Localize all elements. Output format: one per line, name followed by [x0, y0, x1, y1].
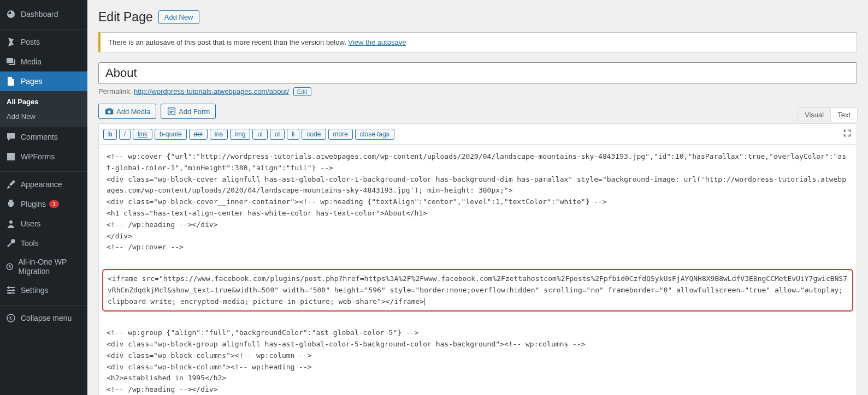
- permalink-label: Permalink:: [98, 87, 134, 95]
- post-title-input[interactable]: [98, 62, 857, 84]
- sidebar-item-wpforms[interactable]: WPForms: [0, 147, 87, 166]
- tools-icon: [5, 238, 16, 249]
- users-icon: [5, 218, 16, 229]
- content-part1: <!-- wp:cover {"url":"http://wordpress-t…: [107, 152, 846, 251]
- comments-icon: [5, 131, 16, 142]
- qt-li[interactable]: li: [287, 129, 299, 140]
- migration-icon: [5, 261, 14, 272]
- view-autosave-link[interactable]: View the autosave: [348, 38, 406, 46]
- sidebar-label: All-in-One WP Migration: [19, 258, 82, 276]
- menu-separator: [0, 303, 87, 306]
- editor-tabs: Visual Text: [798, 107, 858, 122]
- qt-link[interactable]: link: [133, 129, 152, 140]
- sidebar-item-comments[interactable]: Comments: [0, 127, 87, 147]
- menu-separator: [0, 27, 87, 29]
- dashboard-icon: [5, 9, 16, 20]
- svg-point-2: [7, 314, 15, 322]
- sidebar-label: Media: [21, 57, 42, 66]
- permalink-link[interactable]: http://wordpress-tutorials.atwebpages.co…: [134, 87, 289, 95]
- add-media-button[interactable]: Add Media: [98, 104, 156, 119]
- add-form-label: Add Form: [179, 107, 210, 116]
- qt-more[interactable]: more: [328, 129, 353, 140]
- permalink-row: Permalink: http://wordpress-tutorials.at…: [98, 87, 857, 96]
- add-media-label: Add Media: [116, 107, 150, 116]
- sidebar-item-pages[interactable]: Pages: [0, 71, 87, 91]
- qt-ins[interactable]: ins: [210, 129, 228, 140]
- qt-del[interactable]: del: [189, 129, 208, 140]
- sidebar-item-aio-migration[interactable]: All-in-One WP Migration: [0, 253, 87, 280]
- pages-icon: [5, 76, 16, 87]
- media-icon: [5, 56, 16, 67]
- form-icon: [167, 106, 176, 116]
- pin-icon: [5, 37, 16, 47]
- sidebar-label: Appearance: [21, 180, 62, 189]
- text-cursor: [424, 298, 424, 306]
- sidebar-label: Comments: [21, 133, 58, 141]
- sidebar-item-appearance[interactable]: Appearance: [0, 175, 87, 194]
- wpforms-icon: [5, 151, 16, 162]
- settings-icon: [5, 285, 16, 296]
- sidebar-item-settings[interactable]: Settings: [0, 280, 87, 300]
- sidebar-label: Pages: [21, 77, 43, 86]
- content-textarea[interactable]: <!-- wp:cover {"url":"http://wordpress-t…: [99, 145, 857, 395]
- collapse-icon: [5, 313, 16, 324]
- qt-ul[interactable]: ul: [252, 129, 267, 140]
- quicktags-toolbar: b i link b-quote del ins img ul ol li co…: [99, 124, 857, 145]
- sidebar-item-posts[interactable]: Posts: [0, 32, 87, 52]
- svg-point-0: [9, 220, 13, 224]
- sidebar-collapse[interactable]: Collapse menu: [0, 308, 87, 328]
- pages-submenu: All Pages Add New: [0, 91, 87, 127]
- sidebar-label: Plugins: [21, 200, 46, 208]
- editor-wrap: b i link b-quote del ins img ul ol li co…: [98, 123, 857, 395]
- sidebar-label: Posts: [21, 38, 40, 46]
- content-part2: <!-- wp:group {"align":"full","backgroun…: [107, 328, 586, 395]
- sidebar-item-users[interactable]: Users: [0, 214, 87, 234]
- plugin-icon: [5, 199, 16, 210]
- permalink-edit-button[interactable]: Edit: [293, 87, 311, 96]
- camera-icon: [104, 106, 114, 116]
- svg-point-3: [108, 110, 110, 113]
- plugins-badge: 1: [49, 200, 59, 208]
- qt-img[interactable]: img: [230, 129, 250, 140]
- sidebar-item-tools[interactable]: Tools: [0, 234, 87, 253]
- qt-b[interactable]: b: [103, 129, 117, 140]
- menu-separator: [0, 169, 87, 172]
- submenu-add-new[interactable]: Add New: [0, 109, 87, 124]
- sidebar-label: Users: [21, 219, 41, 228]
- page-heading: Edit Page Add New: [98, 0, 857, 32]
- autosave-notice: There is an autosave of this post that i…: [98, 32, 857, 52]
- sidebar-item-plugins[interactable]: Plugins 1: [0, 194, 87, 214]
- qt-code[interactable]: code: [302, 129, 326, 140]
- tab-visual[interactable]: Visual: [798, 107, 831, 122]
- main-content: Edit Page Add New There is an autosave o…: [87, 0, 868, 395]
- admin-sidebar: Dashboard Posts Media Pages All Pages Ad…: [0, 0, 87, 395]
- media-toolbar: Add Media Add Form: [98, 104, 857, 119]
- sidebar-label: WPForms: [21, 152, 55, 161]
- brush-icon: [5, 179, 16, 190]
- tab-text[interactable]: Text: [830, 107, 858, 122]
- sidebar-item-media[interactable]: Media: [0, 52, 87, 71]
- add-form-button[interactable]: Add Form: [161, 104, 216, 119]
- sidebar-label: Settings: [21, 286, 49, 295]
- sidebar-label: Collapse menu: [21, 314, 72, 322]
- qt-i[interactable]: i: [119, 129, 131, 140]
- sidebar-label: Tools: [21, 239, 39, 248]
- fullscreen-icon: [842, 128, 852, 138]
- qt-close-tags[interactable]: close tags: [355, 129, 394, 140]
- page-title: Edit Page: [98, 10, 153, 25]
- sidebar-label: Dashboard: [21, 10, 58, 19]
- sidebar-item-dashboard[interactable]: Dashboard: [0, 4, 87, 24]
- content-highlighted: <iframe src="https://www.facebook.com/pl…: [108, 274, 847, 306]
- highlighted-iframe: <iframe src="https://www.facebook.com/pl…: [102, 269, 853, 312]
- submenu-all-pages[interactable]: All Pages: [0, 94, 87, 109]
- qt-ol[interactable]: ol: [270, 129, 285, 140]
- qt-bquote[interactable]: b-quote: [155, 129, 187, 140]
- add-new-button[interactable]: Add New: [158, 10, 199, 24]
- fullscreen-button[interactable]: [842, 128, 852, 140]
- notice-text: There is an autosave of this post that i…: [108, 38, 348, 46]
